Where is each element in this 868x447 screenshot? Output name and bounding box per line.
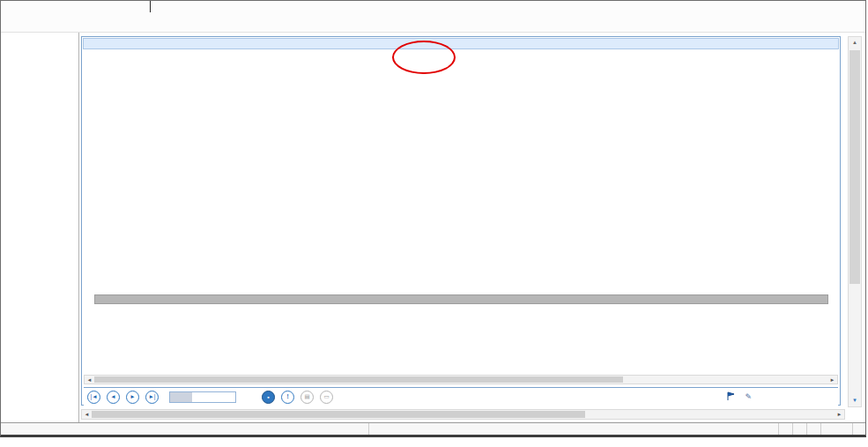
- scrollbar-thumb[interactable]: [92, 411, 585, 418]
- toolbar: [1, 1, 865, 33]
- window-vertical-scrollbar[interactable]: ▲ ▼: [848, 36, 862, 407]
- status-cell: [779, 423, 793, 436]
- record-navigator: |◄ ◄ ► ►| ▪ ! ▤ ▭ ✎: [84, 387, 838, 406]
- scroll-left-icon[interactable]: ◄: [82, 410, 92, 419]
- status-bar: [1, 422, 865, 436]
- scrollbar-thumb[interactable]: [849, 50, 860, 284]
- record-count-box[interactable]: [169, 391, 236, 403]
- keypad-button[interactable]: ▭: [320, 391, 333, 404]
- detail-caption: [94, 294, 828, 304]
- panel-title: [83, 38, 839, 49]
- edit-year-icon[interactable]: ✎: [745, 392, 752, 401]
- employee-edf-panel: ◄ ► |◄ ◄ ► ►| ▪ ! ▤ ▭ ✎: [81, 36, 841, 406]
- app-window: ◄ ► |◄ ◄ ► ►| ▪ ! ▤ ▭ ✎: [0, 0, 866, 437]
- scroll-right-icon[interactable]: ►: [835, 410, 844, 419]
- save-record-button[interactable]: ▪: [262, 391, 275, 404]
- sidebar-tool-list: [2, 34, 78, 422]
- resize-grip: [853, 423, 865, 436]
- cursor-mark: [150, 1, 151, 12]
- status-num-lock: [821, 423, 853, 436]
- grid-horizontal-scrollbar[interactable]: ◄ ►: [84, 375, 838, 384]
- scroll-up-icon[interactable]: ▲: [849, 37, 861, 48]
- record-progress: [170, 392, 192, 402]
- navigator-right-group: ✎: [726, 389, 835, 405]
- window-horizontal-scrollbar[interactable]: ◄ ►: [81, 409, 845, 420]
- scroll-left-icon[interactable]: ◄: [85, 376, 94, 384]
- previous-record-button[interactable]: ◄: [107, 391, 120, 404]
- list-view-button[interactable]: ▤: [300, 391, 314, 404]
- detail-subform: [85, 294, 828, 304]
- first-record-button[interactable]: |◄: [87, 391, 100, 404]
- status-cell: [793, 423, 807, 436]
- scroll-right-icon[interactable]: ►: [827, 376, 837, 384]
- next-record-button[interactable]: ►: [126, 391, 139, 404]
- status-cell: [807, 423, 821, 436]
- last-record-button[interactable]: ►|: [145, 391, 159, 404]
- status-mode: [1, 423, 369, 436]
- navigation-sidebar: [1, 33, 79, 422]
- scroll-down-icon[interactable]: ▼: [849, 395, 861, 406]
- flag-icon[interactable]: [726, 389, 736, 405]
- scrollbar-thumb[interactable]: [94, 376, 623, 383]
- alert-record-button[interactable]: !: [281, 391, 294, 404]
- status-spacer: [369, 423, 779, 436]
